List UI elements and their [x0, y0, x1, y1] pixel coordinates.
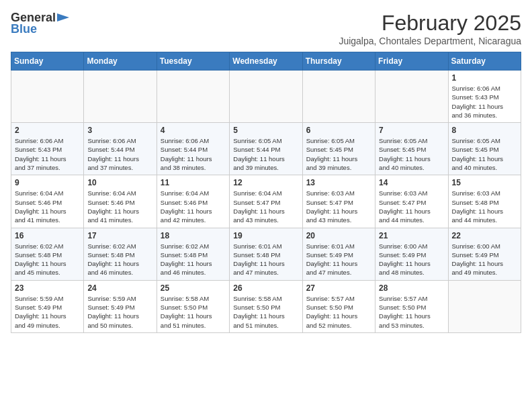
day-info: Sunrise: 6:06 AM Sunset: 5:43 PM Dayligh…	[452, 84, 517, 120]
day-number: 3	[87, 126, 152, 135]
calendar-cell-w1-d1	[11, 71, 84, 123]
calendar-cell-w1-d4	[230, 71, 302, 123]
calendar-cell-w2-d3: 4Sunrise: 6:06 AM Sunset: 5:44 PM Daylig…	[157, 123, 229, 175]
calendar-cell-w4-d6: 21Sunrise: 6:00 AM Sunset: 5:49 PM Dayli…	[375, 228, 448, 280]
day-info: Sunrise: 6:06 AM Sunset: 5:44 PM Dayligh…	[161, 136, 226, 172]
calendar-cell-w5-d2: 24Sunrise: 5:59 AM Sunset: 5:49 PM Dayli…	[84, 280, 157, 332]
day-info: Sunrise: 6:04 AM Sunset: 5:47 PM Dayligh…	[233, 189, 298, 224]
day-info: Sunrise: 6:02 AM Sunset: 5:48 PM Dayligh…	[15, 242, 80, 277]
day-info: Sunrise: 6:06 AM Sunset: 5:44 PM Dayligh…	[87, 136, 152, 172]
calendar-week-2: 2Sunrise: 6:06 AM Sunset: 5:43 PM Daylig…	[11, 123, 521, 175]
day-number: 19	[233, 231, 298, 240]
day-number: 20	[306, 231, 371, 240]
day-info: Sunrise: 6:02 AM Sunset: 5:48 PM Dayligh…	[161, 242, 226, 277]
day-number: 16	[15, 231, 80, 240]
calendar-cell-w4-d1: 16Sunrise: 6:02 AM Sunset: 5:48 PM Dayli…	[11, 228, 84, 280]
calendar-cell-w3-d1: 9Sunrise: 6:04 AM Sunset: 5:46 PM Daylig…	[11, 175, 84, 228]
day-number: 13	[306, 178, 371, 187]
day-info: Sunrise: 6:03 AM Sunset: 5:47 PM Dayligh…	[379, 189, 444, 224]
calendar-cell-w4-d7: 22Sunrise: 6:00 AM Sunset: 5:49 PM Dayli…	[448, 228, 521, 280]
location-subtitle: Juigalpa, Chontales Department, Nicaragu…	[339, 36, 521, 46]
day-info: Sunrise: 5:58 AM Sunset: 5:50 PM Dayligh…	[161, 294, 226, 330]
day-info: Sunrise: 5:59 AM Sunset: 5:49 PM Dayligh…	[87, 294, 152, 330]
calendar-cell-w5-d7	[448, 280, 521, 332]
day-info: Sunrise: 5:59 AM Sunset: 5:49 PM Dayligh…	[15, 294, 80, 330]
day-info: Sunrise: 6:05 AM Sunset: 5:44 PM Dayligh…	[233, 136, 298, 172]
day-number: 18	[161, 231, 226, 240]
day-number: 24	[87, 283, 152, 293]
calendar-cell-w1-d2	[84, 71, 157, 123]
month-year-title: February 2025	[339, 11, 521, 36]
calendar-cell-w3-d2: 10Sunrise: 6:04 AM Sunset: 5:46 PM Dayli…	[84, 175, 157, 228]
header-sunday: Sunday	[11, 52, 84, 71]
day-number: 4	[161, 126, 226, 135]
calendar-cell-w3-d7: 15Sunrise: 6:03 AM Sunset: 5:48 PM Dayli…	[448, 175, 521, 228]
calendar-cell-w1-d6	[375, 71, 448, 123]
calendar-cell-w2-d7: 8Sunrise: 6:05 AM Sunset: 5:45 PM Daylig…	[448, 123, 521, 175]
day-info: Sunrise: 6:04 AM Sunset: 5:46 PM Dayligh…	[15, 189, 80, 224]
day-number: 7	[379, 126, 444, 135]
day-number: 17	[87, 231, 152, 240]
day-number: 10	[87, 178, 152, 187]
calendar-cell-w1-d3	[157, 71, 229, 123]
calendar-cell-w4-d4: 19Sunrise: 6:01 AM Sunset: 5:48 PM Dayli…	[230, 228, 302, 280]
calendar-cell-w3-d4: 12Sunrise: 6:04 AM Sunset: 5:47 PM Dayli…	[230, 175, 302, 228]
calendar-cell-w2-d6: 7Sunrise: 6:05 AM Sunset: 5:45 PM Daylig…	[375, 123, 448, 175]
header-friday: Friday	[375, 52, 448, 71]
calendar-cell-w5-d3: 25Sunrise: 5:58 AM Sunset: 5:50 PM Dayli…	[157, 280, 229, 332]
header-tuesday: Tuesday	[157, 52, 229, 71]
day-info: Sunrise: 6:05 AM Sunset: 5:45 PM Dayligh…	[306, 136, 371, 172]
header-monday: Monday	[84, 52, 157, 71]
calendar-cell-w5-d4: 26Sunrise: 5:58 AM Sunset: 5:50 PM Dayli…	[230, 280, 302, 332]
page-header: General Blue February 2025 Juigalpa, Cho…	[11, 11, 521, 46]
day-number: 27	[306, 283, 371, 293]
title-block: February 2025 Juigalpa, Chontales Depart…	[339, 11, 521, 46]
day-info: Sunrise: 6:05 AM Sunset: 5:45 PM Dayligh…	[452, 136, 517, 172]
day-info: Sunrise: 6:06 AM Sunset: 5:43 PM Dayligh…	[15, 136, 80, 172]
day-number: 11	[161, 178, 226, 187]
calendar-week-4: 16Sunrise: 6:02 AM Sunset: 5:48 PM Dayli…	[11, 228, 521, 280]
day-info: Sunrise: 6:03 AM Sunset: 5:47 PM Dayligh…	[306, 189, 371, 224]
day-info: Sunrise: 6:00 AM Sunset: 5:49 PM Dayligh…	[452, 242, 517, 277]
calendar-week-5: 23Sunrise: 5:59 AM Sunset: 5:49 PM Dayli…	[11, 280, 521, 332]
day-info: Sunrise: 6:01 AM Sunset: 5:49 PM Dayligh…	[306, 242, 371, 277]
header-wednesday: Wednesday	[230, 52, 302, 71]
calendar-header-row: Sunday Monday Tuesday Wednesday Thursday…	[11, 52, 521, 71]
calendar-cell-w4-d3: 18Sunrise: 6:02 AM Sunset: 5:48 PM Dayli…	[157, 228, 229, 280]
day-info: Sunrise: 6:04 AM Sunset: 5:46 PM Dayligh…	[161, 189, 226, 224]
calendar-cell-w3-d6: 14Sunrise: 6:03 AM Sunset: 5:47 PM Dayli…	[375, 175, 448, 228]
calendar-cell-w4-d2: 17Sunrise: 6:02 AM Sunset: 5:48 PM Dayli…	[84, 228, 157, 280]
calendar-table: Sunday Monday Tuesday Wednesday Thursday…	[11, 52, 521, 333]
day-number: 26	[233, 283, 298, 293]
day-number: 25	[161, 283, 226, 293]
day-info: Sunrise: 6:01 AM Sunset: 5:48 PM Dayligh…	[233, 242, 298, 277]
day-number: 21	[379, 231, 444, 240]
header-thursday: Thursday	[302, 52, 375, 71]
day-number: 12	[233, 178, 298, 187]
day-number: 6	[306, 126, 371, 135]
day-info: Sunrise: 6:03 AM Sunset: 5:48 PM Dayligh…	[452, 189, 517, 224]
day-number: 5	[233, 126, 298, 135]
logo-flag-icon	[56, 12, 71, 24]
calendar-cell-w5-d1: 23Sunrise: 5:59 AM Sunset: 5:49 PM Dayli…	[11, 280, 84, 332]
day-number: 8	[452, 126, 517, 135]
calendar-cell-w1-d7: 1Sunrise: 6:06 AM Sunset: 5:43 PM Daylig…	[448, 71, 521, 123]
day-info: Sunrise: 6:05 AM Sunset: 5:45 PM Dayligh…	[379, 136, 444, 172]
day-number: 2	[15, 126, 80, 135]
day-info: Sunrise: 5:57 AM Sunset: 5:50 PM Dayligh…	[379, 294, 444, 330]
calendar-cell-w2-d2: 3Sunrise: 6:06 AM Sunset: 5:44 PM Daylig…	[84, 123, 157, 175]
day-info: Sunrise: 5:58 AM Sunset: 5:50 PM Dayligh…	[233, 294, 298, 330]
calendar-cell-w2-d5: 6Sunrise: 6:05 AM Sunset: 5:45 PM Daylig…	[302, 123, 375, 175]
calendar-week-1: 1Sunrise: 6:06 AM Sunset: 5:43 PM Daylig…	[11, 71, 521, 123]
day-info: Sunrise: 6:00 AM Sunset: 5:49 PM Dayligh…	[379, 242, 444, 277]
calendar-cell-w4-d5: 20Sunrise: 6:01 AM Sunset: 5:49 PM Dayli…	[302, 228, 375, 280]
logo: General Blue	[11, 11, 71, 36]
calendar-cell-w2-d4: 5Sunrise: 6:05 AM Sunset: 5:44 PM Daylig…	[230, 123, 302, 175]
calendar-cell-w5-d6: 28Sunrise: 5:57 AM Sunset: 5:50 PM Dayli…	[375, 280, 448, 332]
calendar-week-3: 9Sunrise: 6:04 AM Sunset: 5:46 PM Daylig…	[11, 175, 521, 228]
calendar-cell-w5-d5: 27Sunrise: 5:57 AM Sunset: 5:50 PM Dayli…	[302, 280, 375, 332]
calendar-cell-w2-d1: 2Sunrise: 6:06 AM Sunset: 5:43 PM Daylig…	[11, 123, 84, 175]
day-number: 1	[452, 73, 517, 83]
day-info: Sunrise: 6:04 AM Sunset: 5:46 PM Dayligh…	[87, 189, 152, 224]
calendar-cell-w1-d5	[302, 71, 375, 123]
